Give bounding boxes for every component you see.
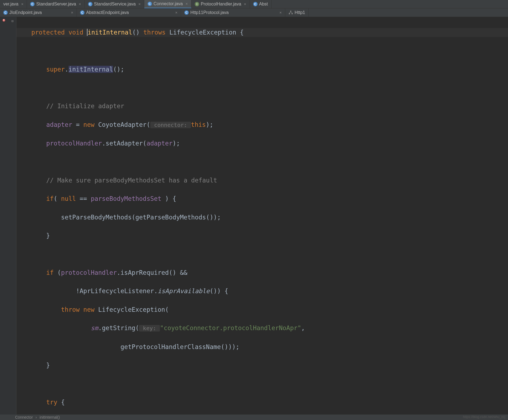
tab-label: AbstractEndpoint.java <box>86 10 129 15</box>
tab-label: Http1 <box>295 10 305 15</box>
code-line: super.initInternal(); <box>16 65 508 74</box>
close-icon[interactable]: × <box>175 10 177 15</box>
code-line <box>16 379 508 388</box>
tab-ver[interactable]: ver.java × <box>0 0 27 8</box>
close-icon[interactable]: × <box>79 2 81 6</box>
tab-standardserver[interactable]: C StandardServer.java × <box>27 0 84 8</box>
breadcrumb-class[interactable]: Connector <box>15 415 33 419</box>
tab-label: ver.java <box>3 2 18 7</box>
close-icon[interactable]: × <box>21 2 23 6</box>
code-line: } <box>16 231 508 241</box>
svg-rect-2 <box>292 13 293 14</box>
breadcrumb-separator: › <box>36 415 37 419</box>
tab-label: Abst <box>259 2 268 7</box>
close-icon[interactable]: × <box>280 10 282 15</box>
code-line: // Make sure parseBodyMethodsSet has a d… <box>16 176 508 185</box>
override-icon[interactable] <box>2 19 5 22</box>
gutter: ⊟ <box>0 17 16 415</box>
editor-tabs-row-2: C JIoEndpoint.java × C AbstractEndpoint.… <box>0 8 508 17</box>
class-icon: C <box>88 2 92 6</box>
code-line <box>16 83 508 93</box>
code-line: } <box>16 361 508 370</box>
tab-protocolhandler[interactable]: I ProtocolHandler.java × <box>191 0 250 8</box>
interface-icon: I <box>195 2 199 6</box>
class-icon: C <box>253 2 258 6</box>
class-icon: C <box>184 10 189 15</box>
code-line: !AprLifecycleListener.isAprAvailable()) … <box>16 287 508 296</box>
tab-jioendpoint[interactable]: C JIoEndpoint.java × <box>0 8 77 17</box>
code-line <box>16 158 508 167</box>
code-line: protected void initInternal() throws Lif… <box>16 28 508 37</box>
code-line: // Initialize adapter <box>16 102 508 111</box>
watermark: https://blog.csdn.net/whu_zcj <box>463 415 505 419</box>
tab-standardservice[interactable]: C StandardService.java × <box>85 0 144 8</box>
fold-icon[interactable]: ⊟ <box>12 19 13 23</box>
svg-rect-1 <box>289 13 290 14</box>
tab-label: StandardServer.java <box>36 2 76 7</box>
tab-abst[interactable]: C Abst <box>250 0 272 8</box>
tab-abstractendpoint[interactable]: C AbstractEndpoint.java × <box>77 8 181 17</box>
code-line: throw new LifecycleException( <box>16 305 508 315</box>
code-line: sm.getString( key: "coyoteConnector.prot… <box>16 324 508 333</box>
close-icon[interactable]: × <box>71 10 73 15</box>
svg-rect-0 <box>290 11 291 12</box>
code-line: try { <box>16 398 508 407</box>
code-content[interactable]: protected void initInternal() throws Lif… <box>16 17 508 420</box>
code-line: setParseBodyMethods(getParseBodyMethods(… <box>16 213 508 222</box>
close-icon[interactable]: × <box>139 2 141 6</box>
tab-label: Http11Protocol.java <box>190 10 229 15</box>
code-line: if (protocolHandler.isAprRequired() && <box>16 268 508 278</box>
tab-http1[interactable]: Http1 <box>285 8 309 17</box>
tab-label: Connector.java <box>154 1 183 6</box>
class-icon: C <box>80 10 84 15</box>
class-icon: C <box>30 2 35 6</box>
code-line: adapter = new CoyoteAdapter( connector: … <box>16 120 508 130</box>
close-icon[interactable]: × <box>186 2 188 6</box>
close-icon[interactable]: × <box>244 2 246 6</box>
code-line <box>16 250 508 259</box>
breadcrumb-method[interactable]: initInternal() <box>39 415 60 419</box>
code-line: protocolHandler.setAdapter(adapter); <box>16 139 508 148</box>
code-line: if( null == parseBodyMethodsSet ) { <box>16 194 508 204</box>
tab-label: JIoEndpoint.java <box>9 10 42 15</box>
class-icon: C <box>3 10 8 15</box>
editor-area[interactable]: ⊟ protected void initInternal() throws L… <box>0 17 508 415</box>
class-icon: C <box>148 2 152 6</box>
tab-http11protocol[interactable]: C Http11Protocol.java × <box>181 8 285 17</box>
structure-icon <box>289 10 293 15</box>
code-line <box>16 46 508 56</box>
breadcrumb[interactable]: Connector › initInternal() <box>0 415 508 420</box>
tab-label: ProtocolHandler.java <box>201 2 241 7</box>
tab-connector[interactable]: C Connector.java × <box>144 0 191 8</box>
code-line: getProtocolHandlerClassName())); <box>16 342 508 352</box>
tab-label: StandardService.java <box>94 2 136 7</box>
editor-tabs-row-1: ver.java × C StandardServer.java × C Sta… <box>0 0 508 8</box>
